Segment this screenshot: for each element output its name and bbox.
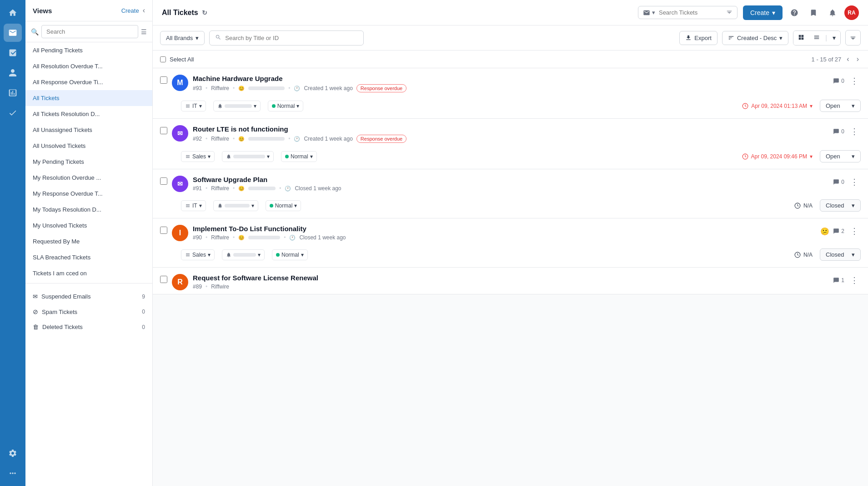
- ticket-card-bottom-2: Sales ▾ ▾ Normal ▾ Apr 09, 2024 09:46 PM: [153, 147, 868, 169]
- ticket-time-4[interactable]: N/A: [794, 252, 813, 258]
- ticket-more-btn-4[interactable]: ⋮: [848, 225, 861, 238]
- ticket-assignee-field-1[interactable]: ▾: [213, 101, 261, 111]
- brand-select[interactable]: All Brands ▾: [160, 31, 205, 45]
- view-item-my-pending[interactable]: My Pending Tickets: [25, 154, 152, 170]
- ticket-group-4[interactable]: Sales ▾: [181, 249, 215, 260]
- spam-tickets-item[interactable]: ⊘ Spam Tickets 0: [33, 304, 145, 319]
- ticket-assignee-field-2[interactable]: ▾: [222, 151, 274, 162]
- nav-reports-btn[interactable]: [4, 84, 22, 102]
- ticket-time-1[interactable]: Apr 09, 2024 01:13 AM ▾: [742, 103, 813, 109]
- ticket-priority-3[interactable]: Normal ▾: [266, 200, 301, 211]
- topbar-search-filter-icon[interactable]: [726, 9, 733, 16]
- export-button[interactable]: Export: [679, 31, 717, 45]
- next-page-btn[interactable]: ›: [855, 54, 861, 64]
- nav-more-btn[interactable]: [4, 464, 22, 482]
- help-icon-btn[interactable]: [787, 5, 802, 20]
- view-item-cced-on[interactable]: Tickets I am cced on: [25, 265, 152, 281]
- nav-settings-btn[interactable]: [4, 444, 22, 462]
- refresh-icon[interactable]: ↻: [202, 9, 207, 16]
- ticket-more-btn-3[interactable]: ⋮: [848, 176, 861, 188]
- nav-tasks-btn[interactable]: [4, 44, 22, 62]
- ticket-comments-4: 2: [833, 228, 844, 234]
- ticket-actions-2: 0 ⋮: [833, 125, 861, 138]
- ticket-status-btn-2[interactable]: Open ▾: [820, 150, 861, 162]
- ticket-title-3[interactable]: Software Upgrade Plan: [193, 176, 828, 183]
- ticket-created-2: Created 1 week ago: [304, 136, 352, 142]
- ticket-more-btn-5[interactable]: ⋮: [848, 274, 861, 287]
- view-item-all-response-overdue[interactable]: All Response Overdue Ti...: [25, 74, 152, 90]
- view-item-all-resolution-overdue[interactable]: All Resolution Overdue T...: [25, 58, 152, 74]
- topbar-search-input[interactable]: [659, 9, 722, 16]
- ticket-checkbox-5[interactable]: [160, 276, 167, 283]
- view-item-my-resolution-overdue[interactable]: My Resolution Overdue ...: [25, 170, 152, 186]
- nav-home-btn[interactable]: [4, 4, 22, 22]
- prev-page-btn[interactable]: ‹: [845, 54, 851, 64]
- view-item-my-todays-resolution[interactable]: My Todays Resolution D...: [25, 202, 152, 218]
- ticket-title-2[interactable]: Router LTE is not functioning: [193, 125, 828, 133]
- ticket-group-2[interactable]: Sales ▾: [181, 151, 215, 162]
- view-item-label: All Tickets Resolution D...: [33, 111, 100, 117]
- ticket-checkbox-3[interactable]: [160, 177, 167, 185]
- ticket-more-btn-2[interactable]: ⋮: [848, 125, 861, 138]
- view-item-my-response-overdue[interactable]: My Response Overdue T...: [25, 186, 152, 202]
- view-item-all-tickets[interactable]: All Tickets: [25, 90, 152, 106]
- bookmark-icon-btn[interactable]: [806, 5, 821, 20]
- select-all-checkbox[interactable]: [160, 56, 166, 62]
- view-item-all-pending[interactable]: All Pending Tickets: [25, 42, 152, 58]
- user-avatar[interactable]: RA: [844, 5, 859, 20]
- list-view-btn[interactable]: [809, 31, 824, 45]
- views-filter-icon[interactable]: ☰: [141, 28, 147, 35]
- filter-icon-btn[interactable]: [845, 30, 861, 46]
- ticket-priority-1[interactable]: Normal ▾: [268, 101, 304, 111]
- views-create-btn[interactable]: Create: [121, 7, 139, 14]
- ticket-status-btn-3[interactable]: Closed ▾: [820, 199, 861, 212]
- ticket-checkbox-1[interactable]: [160, 76, 167, 84]
- columns-toggle-btn[interactable]: ▾: [828, 31, 840, 45]
- views-collapse-btn[interactable]: ‹: [143, 6, 145, 15]
- search-title-input[interactable]: [225, 35, 358, 41]
- ticket-time-2[interactable]: Apr 09, 2024 09:46 PM ▾: [742, 153, 813, 160]
- ticket-status-btn-4[interactable]: Closed ▾: [820, 248, 861, 261]
- view-item-all-unassigned[interactable]: All Unassigned Tickets: [25, 122, 152, 138]
- view-item-all-tickets-resolution[interactable]: All Tickets Resolution D...: [25, 106, 152, 122]
- nav-contacts-btn[interactable]: [4, 64, 22, 82]
- nav-tickets-btn[interactable]: [4, 24, 22, 42]
- views-special-section: ✉ Suspended Emails 9 ⊘ Spam Tickets 0 🗑 …: [25, 285, 152, 338]
- nav-check-btn[interactable]: [4, 104, 22, 122]
- view-item-sla-breached[interactable]: SLA Breached Tickets: [25, 249, 152, 265]
- notifications-icon-btn[interactable]: [825, 5, 840, 20]
- ticket-assignee-field-3[interactable]: ▾: [213, 200, 258, 211]
- search-type-icon[interactable]: ▾: [643, 9, 655, 16]
- grid-view-btn[interactable]: [793, 31, 809, 45]
- ticket-checkbox-2[interactable]: [160, 127, 167, 134]
- ticket-checkbox-4[interactable]: [160, 227, 167, 234]
- ticket-comments-3: 0: [833, 179, 844, 185]
- view-item-all-unsolved[interactable]: All Unsolved Tickets: [25, 138, 152, 154]
- ticket-group-1[interactable]: IT ▾: [181, 101, 206, 111]
- ticket-status-btn-1[interactable]: Open ▾: [820, 100, 861, 112]
- suspended-emails-item[interactable]: ✉ Suspended Emails 9: [33, 289, 145, 304]
- view-item-my-unsolved[interactable]: My Unsolved Tickets: [25, 218, 152, 233]
- ticket-title-5[interactable]: Request for Software License Renewal: [193, 274, 828, 282]
- ticket-assignee-icon-4: 😊: [238, 235, 245, 241]
- ticket-avatar-4: I: [172, 225, 188, 241]
- deleted-tickets-item[interactable]: 🗑 Deleted Tickets 0: [33, 319, 145, 334]
- sort-button[interactable]: Created - Desc ▾: [722, 31, 788, 45]
- ticket-meta-5: #89 • Riffwire: [193, 284, 828, 290]
- ticket-title-4[interactable]: Implement To-Do List Functionality: [193, 225, 816, 233]
- views-search-input[interactable]: [41, 25, 138, 38]
- view-item-requested-by-me[interactable]: Requested By Me: [25, 233, 152, 249]
- create-button[interactable]: Create ▾: [743, 5, 783, 20]
- ticket-assignee-field-4[interactable]: ▾: [222, 249, 265, 260]
- ticket-title-1[interactable]: Machine Hardware Upgrade: [193, 75, 828, 82]
- ticket-time-3[interactable]: N/A: [794, 202, 813, 209]
- ticket-more-btn-1[interactable]: ⋮: [848, 75, 861, 87]
- ticket-card-5: R Request for Software License Renewal #…: [153, 268, 868, 294]
- ticket-group-3[interactable]: IT ▾: [181, 200, 206, 211]
- select-all-label[interactable]: Select All: [160, 56, 194, 63]
- ticket-priority-2[interactable]: Normal ▾: [281, 151, 317, 162]
- pagination-text: 1 - 15 of 27: [812, 56, 842, 63]
- ticket-priority-4[interactable]: Normal ▾: [272, 249, 308, 260]
- ticket-time-text-2: Apr 09, 2024 09:46 PM: [751, 153, 807, 160]
- ticket-card-bottom-1: IT ▾ ▾ Normal ▾ Apr 09, 2024 01:13 AM: [153, 96, 868, 118]
